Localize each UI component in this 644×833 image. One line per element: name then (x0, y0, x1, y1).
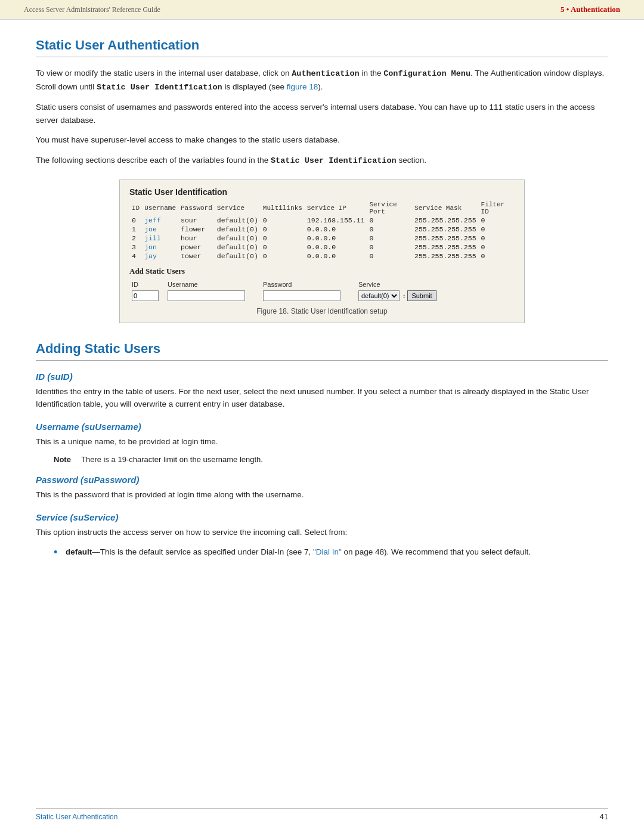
subsection-id-text: Identifies the entry in the table of use… (36, 385, 608, 411)
cell-id: 0 (129, 216, 142, 225)
col-id: ID (129, 200, 142, 216)
col-service-port: Service Port (367, 200, 412, 216)
add-col-service: Service (356, 280, 515, 289)
cell-ml: 0 (261, 252, 305, 261)
submit-button[interactable]: Submit (407, 290, 436, 301)
header-chapter-section: Authentication (571, 5, 620, 14)
section1-para4: The following sections describe each of … (36, 154, 608, 168)
select-arrows-icon: ↕ (402, 293, 405, 299)
service-bullet-list: • default—This is the default service as… (54, 546, 608, 559)
section1-para2: Static users consist of usernames and pa… (36, 101, 608, 126)
cell-username: jill (142, 234, 178, 243)
table-row: 1 joe flower default(0) 0 0.0.0.0 0 255.… (129, 225, 515, 234)
cell-mask: 255.255.255.255 (412, 252, 479, 261)
cell-id: 1 (129, 225, 142, 234)
note-block: Note There is a 19-character limit on th… (54, 455, 608, 464)
col-password: Password (178, 200, 215, 216)
service-select[interactable]: default(0) (358, 290, 400, 301)
section1-para3: You must have superuser-level access to … (36, 134, 608, 147)
col-username: Username (142, 200, 178, 216)
cell-mask: 255.255.255.255 (412, 243, 479, 252)
bullet-icon: • (54, 546, 61, 559)
add-static-users-title: Add Static Users (129, 267, 515, 276)
add-username-cell (165, 289, 261, 302)
username-link[interactable]: jeff (144, 216, 161, 224)
cell-fi: 0 (479, 216, 515, 225)
cell-sp: 0 (367, 243, 412, 252)
subsection-password-title: Password (suPassword) (36, 475, 608, 485)
cell-service: default(0) (215, 243, 261, 252)
sui-table: ID Username Password Service Multilinks … (129, 200, 515, 261)
add-password-input[interactable] (263, 290, 340, 301)
cell-sp: 0 (367, 216, 412, 225)
table-row: 4 jay tower default(0) 0 0.0.0.0 0 255.2… (129, 252, 515, 261)
table-row: 2 jill hour default(0) 0 0.0.0.0 0 255.2… (129, 234, 515, 243)
cell-ip: 0.0.0.0 (305, 225, 367, 234)
subsection-username-text: This is a unique name, to be provided at… (36, 435, 608, 448)
header-guide-title: Access Server Administrators' Reference … (24, 5, 160, 14)
section2-title: Adding Static Users (36, 341, 608, 361)
cell-id: 4 (129, 252, 142, 261)
cell-ml: 0 (261, 243, 305, 252)
cell-username: joe (142, 225, 178, 234)
add-form-row: default(0) ↕ Submit (129, 289, 515, 302)
table-row: 0 jeff sour default(0) 0 192.168.155.11 … (129, 216, 515, 225)
cell-ip: 0.0.0.0 (305, 234, 367, 243)
cell-ml: 0 (261, 216, 305, 225)
add-username-input[interactable] (168, 290, 245, 301)
header-chapter: 5 • Authentication (561, 5, 620, 14)
col-service-ip: Service IP (305, 200, 367, 216)
cell-id: 3 (129, 243, 142, 252)
figure-table-title: Static User Identification (129, 187, 515, 197)
col-multilinks: Multilinks (261, 200, 305, 216)
subsection-username-title: Username (suUsername) (36, 422, 608, 432)
cell-sp: 0 (367, 225, 412, 234)
cell-password: sour (178, 216, 215, 225)
username-link[interactable]: jay (144, 252, 157, 260)
cell-sp: 0 (367, 234, 412, 243)
cell-service: default(0) (215, 225, 261, 234)
cell-ip: 0.0.0.0 (305, 252, 367, 261)
cell-password: flower (178, 225, 215, 234)
add-col-username: Username (165, 280, 261, 289)
section1-para1: To view or modify the static users in th… (36, 67, 608, 94)
footer: Static User Authentication 41 (36, 808, 608, 821)
add-service-cell: default(0) ↕ Submit (356, 289, 515, 302)
cell-ml: 0 (261, 234, 305, 243)
cell-id: 2 (129, 234, 142, 243)
add-form-table: ID Username Password Service (129, 280, 515, 302)
subsection-service-text: This option instructs the access server … (36, 526, 608, 539)
col-filter-id: Filter ID (479, 200, 515, 216)
bullet-default: • default—This is the default service as… (54, 546, 608, 559)
col-service-mask: Service Mask (412, 200, 479, 216)
cell-password: power (178, 243, 215, 252)
add-col-id: ID (129, 280, 165, 289)
cell-password: hour (178, 234, 215, 243)
add-col-password: Password (261, 280, 356, 289)
dial-in-link[interactable]: "Dial In" (313, 547, 342, 556)
cell-ip: 192.168.155.11 (305, 216, 367, 225)
footer-left: Static User Authentication (36, 813, 117, 821)
cell-mask: 255.255.255.255 (412, 234, 479, 243)
username-link[interactable]: joe (144, 225, 157, 233)
cell-mask: 255.255.255.255 (412, 216, 479, 225)
section1-title: Static User Authentication (36, 38, 608, 57)
table-row: 3 jon power default(0) 0 0.0.0.0 0 255.2… (129, 243, 515, 252)
cell-username: jay (142, 252, 178, 261)
cell-ml: 0 (261, 225, 305, 234)
cell-service: default(0) (215, 234, 261, 243)
cell-password: tower (178, 252, 215, 261)
figure-box: Static User Identification ID Username P… (119, 179, 525, 323)
add-id-cell (129, 289, 165, 302)
username-link[interactable]: jon (144, 243, 157, 251)
footer-page-number: 41 (600, 812, 608, 821)
username-link[interactable]: jill (144, 234, 161, 242)
cell-service: default(0) (215, 216, 261, 225)
header-chapter-prefix: 5 • (561, 5, 571, 14)
figure18-link[interactable]: figure 18 (287, 82, 318, 91)
cell-fi: 0 (479, 243, 515, 252)
cell-fi: 0 (479, 234, 515, 243)
cell-service: default(0) (215, 252, 261, 261)
add-id-input[interactable] (132, 290, 159, 301)
cell-ip: 0.0.0.0 (305, 243, 367, 252)
